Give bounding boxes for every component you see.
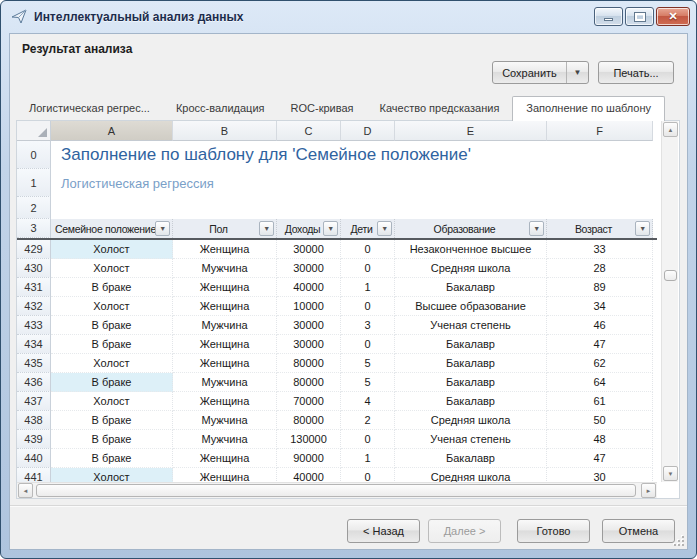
table-cell[interactable]: 30000 — [277, 335, 341, 354]
table-cell[interactable]: 0 — [341, 240, 395, 259]
tab-3[interactable]: ROC-кривая — [278, 97, 367, 120]
vertical-scrollbar-thumb[interactable] — [664, 270, 677, 281]
table-cell[interactable]: Высшее образование — [395, 297, 547, 316]
field-header-1[interactable]: Семейное положение▼ — [51, 219, 173, 238]
table-cell[interactable]: Бакалавр — [395, 449, 547, 468]
table-cell[interactable]: 90000 — [277, 449, 341, 468]
filter-button[interactable]: ▼ — [155, 221, 170, 236]
table-cell[interactable]: 30000 — [277, 259, 341, 278]
table-cell[interactable]: 0 — [341, 259, 395, 278]
scroll-up-button[interactable]: ▲ — [663, 122, 678, 137]
table-cell[interactable]: 28 — [547, 259, 653, 278]
table-cell[interactable]: В браке — [51, 373, 173, 392]
table-cell[interactable]: Женщина — [173, 335, 277, 354]
save-button[interactable]: Сохранить ▼ — [492, 61, 589, 84]
table-cell[interactable]: 0 — [341, 430, 395, 449]
filter-button[interactable]: ▼ — [377, 221, 392, 236]
table-cell[interactable]: 50 — [547, 411, 653, 430]
row-header[interactable]: 437 — [17, 392, 51, 411]
row-header[interactable]: 431 — [17, 278, 51, 297]
horizontal-scrollbar[interactable]: ◄ ► — [17, 482, 657, 498]
table-cell[interactable]: 46 — [547, 316, 653, 335]
table-cell[interactable]: 61 — [547, 392, 653, 411]
table-cell[interactable]: 47 — [547, 335, 653, 354]
report-subtitle-cell[interactable]: Логистическая регрессия — [51, 169, 653, 197]
table-cell[interactable]: 5 — [341, 373, 395, 392]
table-cell[interactable]: Мужчина — [173, 430, 277, 449]
table-cell[interactable]: 30000 — [277, 316, 341, 335]
table-cell[interactable]: Незаконченное высшее — [395, 240, 547, 259]
table-cell[interactable]: В браке — [51, 411, 173, 430]
column-header-C[interactable]: C — [277, 121, 341, 141]
table-cell[interactable]: В браке — [51, 278, 173, 297]
table-cell[interactable]: Холост — [51, 297, 173, 316]
vertical-scrollbar[interactable]: ▲ ▼ — [661, 121, 678, 482]
field-header-4[interactable]: Дети▼ — [341, 219, 395, 238]
filter-button[interactable]: ▼ — [259, 221, 274, 236]
field-header-2[interactable]: Пол▼ — [173, 219, 277, 238]
save-dropdown-button[interactable]: ▼ — [566, 62, 588, 83]
table-cell[interactable]: Мужчина — [173, 373, 277, 392]
table-cell[interactable]: 2 — [341, 411, 395, 430]
table-cell[interactable]: 30000 — [277, 240, 341, 259]
column-header-B[interactable]: B — [173, 121, 277, 141]
table-cell[interactable]: Холост — [51, 468, 173, 482]
row-header[interactable]: 1 — [17, 169, 51, 197]
table-cell[interactable]: 33 — [547, 240, 653, 259]
table-cell[interactable]: 5 — [341, 354, 395, 373]
table-cell[interactable]: Женщина — [173, 278, 277, 297]
row-header[interactable]: 435 — [17, 354, 51, 373]
table-cell[interactable]: 4 — [341, 392, 395, 411]
table-cell[interactable]: 1 — [341, 449, 395, 468]
tab-4[interactable]: Качество предсказания — [367, 97, 513, 120]
tab-2[interactable]: Кросс-валидация — [163, 97, 278, 120]
table-cell[interactable]: Холост — [51, 392, 173, 411]
table-cell[interactable]: В браке — [51, 430, 173, 449]
column-header-D[interactable]: D — [341, 121, 395, 141]
row-header[interactable]: 430 — [17, 259, 51, 278]
row-header[interactable]: 441 — [17, 468, 51, 482]
table-cell[interactable]: 62 — [547, 354, 653, 373]
row-header[interactable]: 0 — [17, 141, 51, 169]
row-header[interactable]: 2 — [17, 197, 51, 219]
table-cell[interactable]: 34 — [547, 297, 653, 316]
finish-button[interactable]: Готово — [517, 519, 590, 543]
table-cell[interactable]: Ученая степень — [395, 316, 547, 335]
table-cell[interactable]: Бакалавр — [395, 354, 547, 373]
table-cell[interactable]: Ученая степень — [395, 430, 547, 449]
table-cell[interactable]: 64 — [547, 373, 653, 392]
table-cell[interactable]: 0 — [341, 297, 395, 316]
filter-button[interactable]: ▼ — [529, 221, 544, 236]
table-cell[interactable]: 10000 — [277, 297, 341, 316]
table-cell[interactable]: Мужчина — [173, 316, 277, 335]
table-cell[interactable]: 40000 — [277, 468, 341, 482]
empty-cell[interactable] — [51, 197, 653, 219]
tab-1[interactable]: Логистическая регрес... — [16, 97, 163, 120]
report-title-cell[interactable]: Заполнение по шаблону для 'Семейное поло… — [51, 141, 653, 169]
row-header[interactable]: 3 — [17, 219, 51, 238]
table-cell[interactable]: 130000 — [277, 430, 341, 449]
field-header-6[interactable]: Возраст▼ — [547, 219, 653, 238]
table-cell[interactable]: Мужчина — [173, 259, 277, 278]
row-header[interactable]: 432 — [17, 297, 51, 316]
table-cell[interactable]: Холост — [51, 240, 173, 259]
table-cell[interactable]: 0 — [341, 468, 395, 482]
row-header[interactable]: 438 — [17, 411, 51, 430]
horizontal-scrollbar-thumb[interactable] — [36, 484, 636, 497]
table-cell[interactable]: 89 — [547, 278, 653, 297]
table-cell[interactable]: 30 — [547, 468, 653, 482]
table-cell[interactable]: 80000 — [277, 373, 341, 392]
table-cell[interactable]: В браке — [51, 316, 173, 335]
print-button[interactable]: Печать... — [598, 61, 674, 84]
row-header[interactable]: 429 — [17, 240, 51, 259]
table-cell[interactable]: Бакалавр — [395, 392, 547, 411]
scroll-left-button[interactable]: ◄ — [18, 483, 33, 498]
scroll-down-button[interactable]: ▼ — [663, 466, 678, 481]
table-cell[interactable]: Женщина — [173, 297, 277, 316]
table-cell[interactable]: Средняя школа — [395, 411, 547, 430]
table-cell[interactable]: 80000 — [277, 354, 341, 373]
select-all-corner[interactable] — [17, 121, 51, 141]
row-header[interactable]: 439 — [17, 430, 51, 449]
table-cell[interactable]: Бакалавр — [395, 278, 547, 297]
filter-button[interactable]: ▼ — [323, 221, 338, 236]
